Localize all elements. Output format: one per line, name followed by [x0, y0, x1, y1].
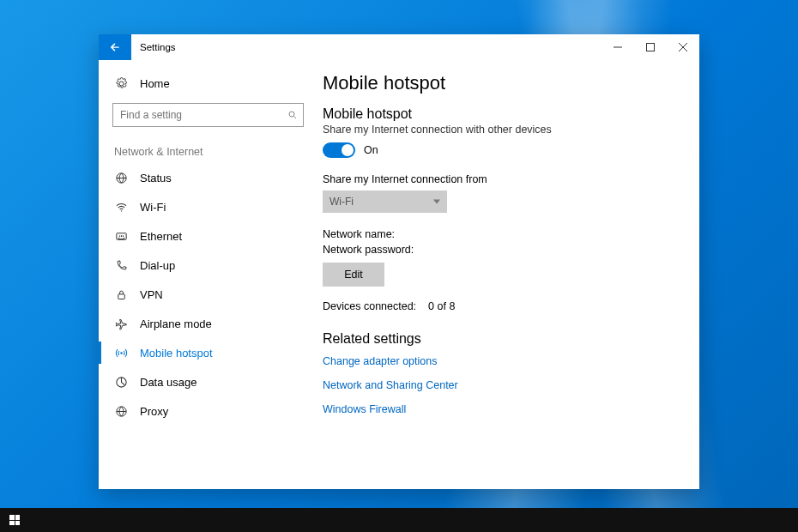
close-button[interactable]: [667, 34, 699, 60]
main-content: Mobile hotspot Mobile hotspot Share my I…: [317, 60, 699, 489]
sidebar-item-wifi[interactable]: Wi-Fi: [112, 192, 304, 221]
phone-icon: [114, 259, 128, 272]
related-settings-title: Related settings: [323, 331, 682, 347]
share-from-label: Share my Internet connection from: [323, 173, 682, 185]
section-title: Mobile hotspot: [323, 106, 682, 122]
section-subtitle: Share my Internet connection with other …: [323, 124, 682, 136]
link-windows-firewall[interactable]: Windows Firewall: [323, 403, 682, 415]
sidebar-item-label: Airplane mode: [140, 317, 212, 330]
sidebar-item-label: Dial-up: [140, 259, 175, 272]
search-settings-input[interactable]: [112, 103, 304, 127]
windows-logo-icon: [9, 515, 20, 525]
svg-point-6: [120, 352, 123, 354]
share-from-dropdown[interactable]: Wi-Fi: [323, 190, 447, 213]
sidebar-item-data-usage[interactable]: Data usage: [112, 367, 304, 396]
globe-icon: [114, 172, 128, 184]
sidebar-category: Network & Internet: [114, 146, 304, 158]
devices-connected-label: Devices connected:: [323, 300, 416, 312]
svg-rect-0: [647, 44, 655, 51]
sidebar-item-label: Wi-Fi: [140, 201, 166, 214]
sidebar-item-dialup[interactable]: Dial-up: [112, 251, 304, 280]
wifi-icon: [114, 201, 128, 214]
ethernet-icon: [114, 230, 128, 243]
sidebar-item-label: Status: [140, 172, 172, 184]
link-change-adapter-options[interactable]: Change adapter options: [323, 355, 682, 367]
taskbar[interactable]: [0, 508, 798, 532]
airplane-icon: [114, 317, 128, 330]
lock-icon: [114, 288, 128, 301]
edit-button[interactable]: Edit: [323, 263, 384, 287]
edit-button-label: Edit: [344, 269, 363, 281]
minimize-icon: [614, 43, 622, 51]
search-icon: [287, 110, 298, 120]
toggle-state-label: On: [364, 144, 378, 156]
gear-icon: [114, 77, 128, 90]
maximize-icon: [646, 43, 655, 51]
start-button[interactable]: [0, 508, 29, 532]
close-icon: [679, 43, 687, 51]
svg-point-3: [120, 210, 121, 211]
window-title: Settings: [131, 34, 184, 60]
link-network-sharing-center[interactable]: Network and Sharing Center: [323, 379, 682, 391]
maximize-button[interactable]: [634, 34, 667, 60]
sidebar-item-vpn[interactable]: VPN: [112, 280, 304, 309]
minimize-button[interactable]: [602, 34, 634, 60]
globe-icon: [114, 405, 128, 418]
sidebar-item-mobile-hotspot[interactable]: Mobile hotspot: [112, 338, 304, 367]
sidebar-item-proxy[interactable]: Proxy: [112, 396, 304, 426]
hotspot-toggle[interactable]: [323, 142, 355, 158]
arrow-left-icon: [109, 41, 121, 53]
back-button[interactable]: [99, 34, 131, 60]
hotspot-icon: [114, 347, 128, 360]
svg-point-1: [289, 112, 294, 117]
network-name-label: Network name:: [323, 228, 682, 240]
sidebar-item-label: Proxy: [140, 405, 168, 418]
home-label: Home: [140, 77, 170, 90]
settings-window: Settings Home: [99, 34, 699, 489]
sidebar: Home Network & Internet Status Wi-Fi: [99, 60, 317, 489]
data-usage-icon: [114, 376, 128, 389]
devices-connected-row: Devices connected:0 of 8: [323, 300, 682, 312]
sidebar-item-status[interactable]: Status: [112, 163, 304, 192]
network-password-label: Network password:: [323, 244, 682, 256]
sidebar-item-label: Mobile hotspot: [140, 347, 213, 360]
sidebar-item-label: Data usage: [140, 376, 197, 389]
sidebar-item-ethernet[interactable]: Ethernet: [112, 221, 304, 251]
search-field[interactable]: [120, 109, 287, 121]
page-title: Mobile hotspot: [323, 72, 682, 94]
home-link[interactable]: Home: [112, 69, 304, 98]
sidebar-item-airplane[interactable]: Airplane mode: [112, 309, 304, 338]
dropdown-value: Wi-Fi: [329, 196, 354, 208]
titlebar: Settings: [99, 34, 699, 60]
svg-rect-5: [118, 293, 124, 299]
sidebar-item-label: Ethernet: [140, 230, 182, 243]
sidebar-item-label: VPN: [140, 288, 163, 301]
devices-connected-value: 0 of 8: [428, 300, 455, 312]
